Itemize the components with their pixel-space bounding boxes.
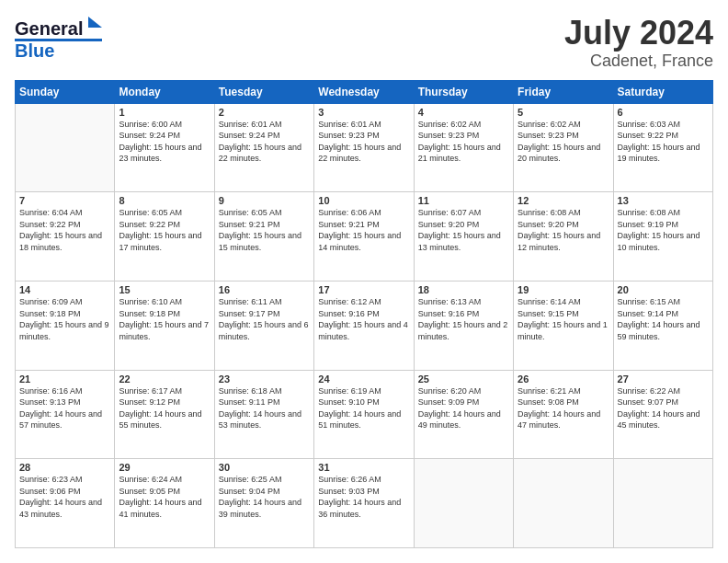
sunrise-text: Sunrise: 6:07 AM [418,208,482,217]
calendar-header-row: Sunday Monday Tuesday Wednesday Thursday… [16,80,713,103]
col-wednesday: Wednesday [314,80,414,103]
table-row: 18 Sunrise: 6:13 AM Sunset: 9:16 PM Dayl… [414,281,513,370]
sunset-text: Sunset: 9:16 PM [418,309,480,318]
day-info: Sunrise: 6:02 AM Sunset: 9:23 PM Dayligh… [518,119,609,165]
sunrise-text: Sunrise: 6:01 AM [219,120,282,129]
sunrise-text: Sunrise: 6:08 AM [618,208,681,217]
calendar-week-row: 14 Sunrise: 6:09 AM Sunset: 9:18 PM Dayl… [16,281,713,370]
sunset-text: Sunset: 9:22 PM [618,131,679,140]
daylight-text: Daylight: 15 hours and 13 minutes. [418,231,501,252]
calendar-title: July 2024 [564,15,713,52]
day-number: 4 [418,107,509,118]
daylight-text: Daylight: 15 hours and 20 minutes. [518,143,600,164]
logo: General Blue [15,15,102,63]
table-row [16,103,115,192]
sunset-text: Sunset: 9:21 PM [219,220,280,229]
table-row: 26 Sunrise: 6:21 AM Sunset: 9:08 PM Dayl… [514,370,613,459]
table-row: 31 Sunrise: 6:26 AM Sunset: 9:03 PM Dayl… [314,459,414,548]
sunrise-text: Sunrise: 6:10 AM [119,297,182,306]
day-number: 21 [19,373,110,385]
daylight-text: Daylight: 14 hours and 47 minutes. [518,409,600,431]
sunset-text: Sunset: 9:06 PM [19,487,81,496]
day-info: Sunrise: 6:26 AM Sunset: 9:03 PM Dayligh… [318,474,409,520]
day-info: Sunrise: 6:24 AM Sunset: 9:05 PM Dayligh… [119,474,210,520]
table-row: 11 Sunrise: 6:07 AM Sunset: 9:20 PM Dayl… [414,192,513,282]
calendar-week-row: 21 Sunrise: 6:16 AM Sunset: 9:13 PM Dayl… [16,370,713,459]
sunset-text: Sunset: 9:23 PM [518,131,579,140]
day-info: Sunrise: 6:21 AM Sunset: 9:08 PM Dayligh… [518,385,609,431]
daylight-text: Daylight: 15 hours and 9 minutes. [19,320,109,341]
sunrise-text: Sunrise: 6:16 AM [19,386,83,396]
day-info: Sunrise: 6:17 AM Sunset: 9:12 PM Dayligh… [119,385,210,431]
day-number: 20 [618,284,709,295]
table-row: 3 Sunrise: 6:01 AM Sunset: 9:23 PM Dayli… [314,103,414,192]
calendar-week-row: 1 Sunrise: 6:00 AM Sunset: 9:24 PM Dayli… [16,103,713,192]
sunrise-text: Sunrise: 6:20 AM [418,386,482,396]
sunrise-text: Sunrise: 6:19 AM [318,386,381,396]
day-info: Sunrise: 6:05 AM Sunset: 9:22 PM Dayligh… [119,207,210,253]
day-info: Sunrise: 6:02 AM Sunset: 9:23 PM Dayligh… [418,119,509,165]
sunrise-text: Sunrise: 6:21 AM [518,386,581,396]
table-row: 19 Sunrise: 6:14 AM Sunset: 9:15 PM Dayl… [514,281,613,370]
table-row: 17 Sunrise: 6:12 AM Sunset: 9:16 PM Dayl… [314,281,414,370]
table-row: 12 Sunrise: 6:08 AM Sunset: 9:20 PM Dayl… [514,192,613,282]
table-row [414,459,513,548]
sunset-text: Sunset: 9:24 PM [219,131,280,140]
daylight-text: Daylight: 15 hours and 12 minutes. [518,231,600,252]
day-number: 27 [618,373,709,385]
day-info: Sunrise: 6:00 AM Sunset: 9:24 PM Dayligh… [119,119,210,165]
table-row: 5 Sunrise: 6:02 AM Sunset: 9:23 PM Dayli… [514,103,613,192]
sunrise-text: Sunrise: 6:13 AM [418,297,482,306]
page: General Blue July 2024 Cadenet, France S… [0,0,728,563]
sunset-text: Sunset: 9:13 PM [19,397,81,407]
table-row: 23 Sunrise: 6:18 AM Sunset: 9:11 PM Dayl… [214,370,313,459]
daylight-text: Daylight: 14 hours and 43 minutes. [19,498,102,519]
day-info: Sunrise: 6:20 AM Sunset: 9:09 PM Dayligh… [418,385,509,431]
sunset-text: Sunset: 9:07 PM [618,397,679,407]
sunset-text: Sunset: 9:18 PM [119,309,180,318]
day-number: 16 [219,284,310,295]
daylight-text: Daylight: 15 hours and 14 minutes. [318,231,401,252]
day-number: 3 [318,107,409,118]
day-number: 13 [618,195,709,206]
sunrise-text: Sunrise: 6:26 AM [318,475,381,484]
day-number: 23 [219,373,310,385]
day-number: 5 [518,107,609,118]
day-number: 31 [318,462,409,473]
day-number: 2 [219,107,310,118]
day-number: 12 [518,195,609,206]
day-info: Sunrise: 6:14 AM Sunset: 9:15 PM Dayligh… [518,296,609,342]
table-row: 9 Sunrise: 6:05 AM Sunset: 9:21 PM Dayli… [214,192,313,282]
table-row: 25 Sunrise: 6:20 AM Sunset: 9:09 PM Dayl… [414,370,513,459]
col-sunday: Sunday [16,80,115,103]
sunset-text: Sunset: 9:14 PM [618,309,679,318]
svg-text:General: General [15,18,83,39]
table-row: 28 Sunrise: 6:23 AM Sunset: 9:06 PM Dayl… [16,459,115,548]
daylight-text: Daylight: 14 hours and 36 minutes. [318,498,401,519]
daylight-text: Daylight: 15 hours and 22 minutes. [318,143,401,164]
sunrise-text: Sunrise: 6:08 AM [518,208,581,217]
daylight-text: Daylight: 15 hours and 15 minutes. [219,231,301,252]
table-row: 15 Sunrise: 6:10 AM Sunset: 9:18 PM Dayl… [115,281,214,370]
sunset-text: Sunset: 9:19 PM [618,220,679,229]
table-row: 14 Sunrise: 6:09 AM Sunset: 9:18 PM Dayl… [16,281,115,370]
sunset-text: Sunset: 9:20 PM [518,220,579,229]
sunrise-text: Sunrise: 6:24 AM [119,475,182,484]
table-row: 30 Sunrise: 6:25 AM Sunset: 9:04 PM Dayl… [214,459,313,548]
table-row [613,459,712,548]
day-number: 7 [19,195,110,206]
daylight-text: Daylight: 14 hours and 59 minutes. [618,320,700,341]
table-row: 8 Sunrise: 6:05 AM Sunset: 9:22 PM Dayli… [115,192,214,282]
table-row: 21 Sunrise: 6:16 AM Sunset: 9:13 PM Dayl… [16,370,115,459]
daylight-text: Daylight: 15 hours and 4 minutes. [318,320,408,341]
calendar-week-row: 7 Sunrise: 6:04 AM Sunset: 9:22 PM Dayli… [16,192,713,282]
svg-text:Blue: Blue [15,40,54,61]
svg-marker-1 [88,17,102,28]
sunset-text: Sunset: 9:16 PM [318,309,380,318]
daylight-text: Daylight: 15 hours and 2 minutes. [418,320,508,341]
daylight-text: Daylight: 15 hours and 22 minutes. [219,143,301,164]
day-info: Sunrise: 6:04 AM Sunset: 9:22 PM Dayligh… [19,207,110,253]
table-row: 13 Sunrise: 6:08 AM Sunset: 9:19 PM Dayl… [613,192,712,282]
sunrise-text: Sunrise: 6:06 AM [318,208,381,217]
sunset-text: Sunset: 9:08 PM [518,397,579,407]
